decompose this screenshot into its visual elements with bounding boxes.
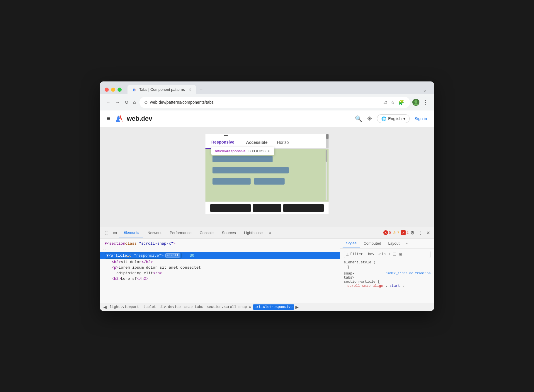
maximize-button[interactable]	[118, 88, 122, 92]
devtools-tab-elements[interactable]: Elements	[119, 227, 143, 238]
reload-button[interactable]: ↻	[123, 98, 130, 106]
filter-icon: △	[346, 252, 348, 257]
filter-class-icon[interactable]: ☰	[392, 252, 397, 256]
tab-close-button[interactable]: ✕	[188, 88, 191, 92]
demo-placeholder-row	[212, 178, 322, 185]
browser-actions: ⋮	[412, 98, 429, 107]
eq-sign: ==	[184, 253, 189, 258]
info-badge: ✕ 2	[401, 230, 409, 235]
filter-plus[interactable]: +	[389, 252, 391, 256]
filter-hov[interactable]: :hov	[366, 252, 374, 256]
styles-panel: Styles Computed Layout » △ Filte	[340, 238, 434, 303]
theme-toggle-button[interactable]: ☀	[367, 115, 372, 122]
bookmark-button[interactable]: ☆	[390, 98, 396, 106]
devtools-settings-button[interactable]: ⚙	[409, 229, 416, 237]
style-block-snaptabs: snap-tabs>section>article { index_1c583……	[344, 272, 431, 288]
webdev-logo[interactable]: web.dev	[115, 114, 152, 123]
styles-body: △ Filter :hov .cls + ☰ ⊞ element.style {…	[340, 248, 434, 303]
styles-tab-computed[interactable]: Computed	[360, 239, 385, 248]
attr-class-val: "scroll-snap-x"	[139, 241, 173, 246]
close-button[interactable]	[105, 88, 109, 92]
attr-class: class=	[125, 241, 139, 246]
webdev-name: web.dev	[127, 115, 152, 122]
browser-window: Tabs | Component patterns ✕ + ⌄ ← → ↻ ⌂ …	[100, 81, 434, 311]
tab-dropdown-button[interactable]: ⌄	[420, 86, 429, 94]
svg-point-3	[414, 100, 417, 103]
back-arrow-button[interactable]: ←	[223, 132, 229, 139]
selected-ring: ▼<article id="responsive" > scroll	[105, 253, 182, 259]
attr-id-val: "responsive"	[134, 253, 161, 258]
breadcrumb-item-viewport[interactable]: light.viewport--tablet	[108, 304, 158, 310]
styles-more-tabs[interactable]: »	[403, 239, 410, 248]
error-badge: ✕ 5	[383, 230, 391, 235]
devtools-more-tabs[interactable]: »	[267, 227, 274, 238]
demo-nav-item-2	[253, 204, 281, 212]
devtools-tab-performance[interactable]: Performance	[166, 228, 195, 238]
element-row-section[interactable]: ▼<section class="scroll-snap-x" >	[100, 241, 340, 246]
breadcrumb-item-article[interactable]: article#responsive	[253, 304, 295, 310]
devtools-pointer-icon[interactable]: ⬚	[102, 227, 111, 238]
demo-placeholder-3a	[212, 178, 251, 185]
demo-tab-horizontal[interactable]: Horizo	[273, 137, 292, 148]
browser-tab-active[interactable]: Tabs | Component patterns ✕	[127, 85, 196, 94]
devtools-more-button[interactable]: ⋮	[416, 229, 424, 237]
error-icon: ✕	[383, 230, 388, 235]
devtools-device-icon[interactable]: ▭	[111, 227, 119, 238]
breadcrumb-item-device[interactable]: div.device	[158, 304, 182, 310]
devtools-breadcrumb: ◀ light.viewport--tablet div.device snap…	[100, 303, 434, 311]
demo-content-scrollbar-thumb	[326, 150, 327, 162]
home-button[interactable]: ⌂	[132, 98, 137, 106]
breadcrumb-prev-button[interactable]: ◀	[102, 305, 108, 309]
attr-id: id=	[127, 253, 134, 258]
forward-button[interactable]: →	[114, 98, 121, 106]
element-row-article-selected[interactable]: ▼<article id="responsive" > scroll == $0	[100, 252, 340, 259]
breadcrumb-next-button[interactable]: ▶	[294, 305, 300, 309]
open-tab-button[interactable]: ⥄	[382, 98, 388, 106]
more-button[interactable]: ⋮	[422, 98, 429, 107]
element-tooltip: article#responsive 300 × 353.31	[211, 147, 274, 155]
signin-button[interactable]: Sign in	[414, 116, 427, 121]
demo-tabs-scrollbar	[326, 134, 329, 148]
tab-title: Tabs | Component patterns	[139, 87, 185, 92]
demo-placeholder-1	[212, 156, 273, 162]
element-row-h2-2[interactable]: <h2> Lore sf </h2>	[100, 276, 340, 282]
element-row-h2[interactable]: <h2> sit dolor </h2>	[100, 259, 340, 265]
demo-tabs-scrollbar-thumb	[326, 134, 329, 139]
avatar[interactable]	[412, 99, 419, 106]
styles-tab-styles[interactable]: Styles	[343, 238, 360, 248]
extensions-button[interactable]: 🧩	[397, 98, 405, 106]
demo-tab-accessible[interactable]: Accessible	[240, 137, 273, 148]
filter-row: △ Filter :hov .cls + ☰ ⊞	[344, 251, 431, 258]
styles-tab-layout[interactable]: Layout	[385, 239, 403, 248]
devtools-tab-sources[interactable]: Sources	[218, 228, 240, 238]
style-selector-row: snap-tabs>section>article { index_1c583……	[344, 272, 431, 284]
filter-cls[interactable]: .cls	[377, 252, 386, 256]
style-source-link[interactable]: index_1c583…8e.frame:50	[386, 272, 431, 275]
breadcrumb-item-section[interactable]: section.scroll-snap-x	[205, 304, 253, 310]
devtools-panel: ⬚ ▭ Elements Network Performance Console…	[100, 227, 434, 311]
devtools-tab-console[interactable]: Console	[195, 228, 218, 238]
address-bar[interactable]: ⊙ web.dev/patterns/components/tabs ⥄ ☆ 🧩	[140, 97, 410, 108]
style-selector: snap-tabs>section>article {	[344, 272, 380, 284]
devtools-tabs-row: ⬚ ▭ Elements Network Performance Console…	[100, 227, 434, 238]
language-button[interactable]: 🌐 English ▾	[377, 114, 410, 123]
element-row-p1[interactable]: <p> Lorem ipsum dolor sit amet consectet	[100, 265, 340, 270]
filter-label: Filter	[350, 252, 363, 256]
webdev-logo-icon	[115, 114, 125, 123]
back-button[interactable]: ←	[105, 98, 112, 106]
element-row-p2[interactable]: adipisicing elit </p>	[100, 270, 340, 276]
demo-content-scrollbar	[326, 150, 327, 200]
search-button[interactable]: 🔍	[355, 115, 362, 122]
devtools-tab-lighthouse[interactable]: Lighthouse	[240, 228, 267, 238]
demo-nav-item-3	[283, 204, 324, 212]
devtools-tab-network[interactable]: Network	[143, 228, 166, 238]
new-tab-button[interactable]: +	[197, 86, 205, 94]
minimize-button[interactable]	[111, 88, 115, 92]
breadcrumb-item-snaptabs[interactable]: snap-tabs	[182, 304, 205, 310]
devtools-close-button[interactable]: ✕	[424, 229, 432, 237]
tracking-icon: ⊙	[144, 100, 148, 105]
hamburger-button[interactable]: ≡	[107, 115, 110, 122]
element-ellipsis[interactable]: ...	[100, 246, 340, 252]
chevron-down-icon: ▾	[403, 116, 405, 121]
filter-toggle-icon[interactable]: ⊞	[399, 252, 403, 256]
